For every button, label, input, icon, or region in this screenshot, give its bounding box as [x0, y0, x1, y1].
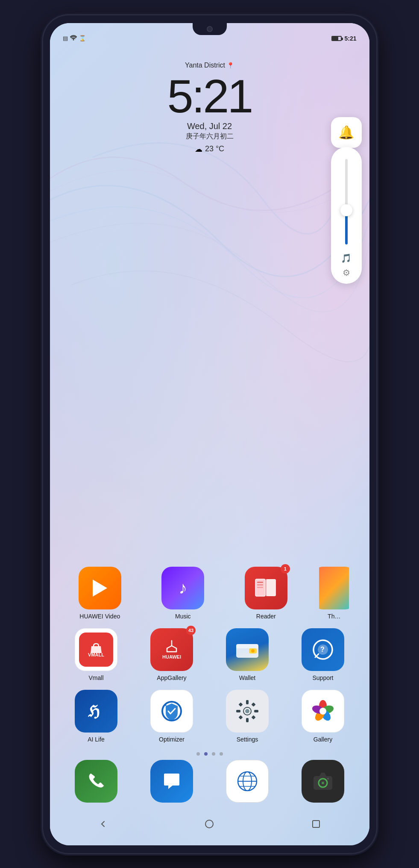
svg-rect-18: [246, 718, 249, 722]
svg-point-43: [205, 820, 213, 828]
dock-camera[interactable]: [297, 760, 349, 803]
dock-phone[interactable]: [70, 760, 122, 803]
support-label: Support: [312, 674, 333, 681]
svg-rect-20: [254, 710, 258, 712]
status-right: 5:21: [331, 35, 356, 42]
optimizer-label: Optimizer: [159, 736, 185, 743]
support-icon: ?: [302, 628, 344, 671]
optimizer-svg-icon: [157, 697, 186, 726]
svg-rect-5: [257, 584, 263, 586]
music-icon: ♪: [161, 567, 204, 609]
back-icon: [98, 819, 108, 829]
camera-icon: [302, 760, 344, 803]
date-text: Wed, Jul 22: [50, 121, 369, 131]
volume-panel: 🎵 ⚙: [331, 147, 362, 284]
dot-1-active[interactable]: [204, 752, 208, 756]
nav-recents-button[interactable]: [308, 815, 325, 833]
app-item-support[interactable]: ? Support: [293, 628, 353, 681]
svg-text:ℌ: ℌ: [88, 703, 100, 720]
huawei-video-label: HUAWEI Video: [79, 613, 120, 620]
app-item-music[interactable]: ♪ Music: [153, 567, 213, 620]
dot-0[interactable]: [196, 752, 200, 756]
location-bar: Yanta District 📍: [50, 62, 369, 69]
dot-3[interactable]: [220, 752, 223, 756]
messages-svg-icon: [161, 770, 183, 792]
messages-icon: [150, 760, 193, 803]
volume-track[interactable]: [345, 159, 348, 244]
volume-knob[interactable]: [340, 204, 352, 216]
phone-call-icon: [75, 760, 117, 803]
music-note-icon: ♪: [179, 578, 187, 597]
settings-icon: [226, 690, 269, 733]
vmall-icon: VMALL: [75, 628, 117, 671]
ailife-icon: ℌ: [75, 690, 117, 733]
svg-point-42: [327, 778, 329, 780]
bell-panel[interactable]: 🔔: [331, 117, 362, 148]
huawei-logo-icon: [163, 640, 181, 653]
recents-icon: [311, 819, 321, 829]
location-text: Yanta District: [185, 62, 225, 69]
phone-frame: ▤ ⌛ 5:21 Ya: [43, 15, 376, 853]
phone-notch: [193, 23, 227, 35]
dock: [50, 760, 369, 803]
svg-point-10: [251, 649, 255, 653]
dot-2[interactable]: [212, 752, 215, 756]
reader-badge: 1: [281, 564, 290, 574]
ailife-svg-icon: ℌ: [84, 699, 108, 724]
volume-music-icon: 🎵: [341, 253, 352, 263]
svg-point-32: [319, 708, 326, 715]
battery-icon: [331, 36, 342, 41]
hourglass-icon: ⌛: [79, 35, 86, 41]
volume-settings-icon: ⚙: [343, 268, 350, 278]
svg-rect-2: [266, 579, 276, 596]
bell-icon: 🔔: [338, 125, 354, 140]
browser-svg-icon: [234, 768, 260, 794]
dock-browser[interactable]: [222, 760, 273, 803]
svg-rect-23: [239, 715, 243, 719]
svg-rect-19: [236, 710, 240, 712]
gallery-icon: [302, 690, 344, 733]
app-item-appgallery[interactable]: 43 HUAWEI: [142, 628, 202, 681]
nav-back-button[interactable]: [94, 815, 111, 833]
clock-area: Yanta District 📍 5:21 Wed, Jul 22 庚子年六月初…: [50, 62, 369, 154]
appgallery-badge: 43: [186, 626, 196, 635]
svg-rect-21: [239, 702, 243, 706]
settings-label: Settings: [237, 736, 258, 743]
appgallery-icon: 43 HUAWEI: [150, 628, 193, 671]
app-item-theme-partial[interactable]: Th…: [319, 567, 349, 620]
main-clock: 5:21: [50, 73, 369, 120]
app-item-settings[interactable]: Settings: [217, 690, 277, 743]
weather-cloud-icon: ☁: [195, 144, 202, 154]
app-item-gallery[interactable]: Gallery: [293, 690, 353, 743]
nav-bar: [50, 811, 369, 837]
app-item-reader[interactable]: 1 Reader: [236, 567, 296, 620]
svg-point-26: [245, 709, 249, 713]
nav-home-button[interactable]: [201, 815, 218, 833]
vmall-label: Vmall: [88, 674, 103, 681]
support-svg-icon: ?: [311, 638, 335, 662]
app-item-ailife[interactable]: ℌ AI Life: [66, 690, 126, 743]
svg-rect-8: [236, 644, 258, 648]
app-item-vmall[interactable]: VMALL Vmall: [66, 628, 126, 681]
book-icon: [254, 577, 278, 599]
svg-rect-44: [313, 821, 319, 827]
app-grid: HUAWEI Video ♪ Music 1: [50, 567, 369, 751]
svg-point-41: [322, 782, 324, 784]
play-icon: [93, 580, 107, 597]
home-icon: [204, 819, 214, 829]
status-time: 5:21: [344, 35, 356, 42]
weather-bar: ☁ 23 °C: [50, 144, 369, 154]
svg-rect-4: [257, 582, 263, 583]
svg-rect-24: [252, 715, 256, 719]
dock-messages[interactable]: [146, 760, 197, 803]
app-item-huawei-video[interactable]: HUAWEI Video: [70, 567, 130, 620]
app-item-optimizer[interactable]: Optimizer: [142, 690, 202, 743]
weather-temp: 23 °C: [205, 144, 224, 153]
ailife-label: AI Life: [88, 736, 105, 743]
wallet-icon: [226, 628, 269, 671]
vmall-inner: VMALL: [79, 633, 113, 667]
wallet-label: Wallet: [239, 674, 255, 681]
lunar-text: 庚子年六月初二: [50, 132, 369, 141]
app-item-wallet[interactable]: Wallet: [217, 628, 277, 681]
theme-label: Th…: [328, 613, 340, 620]
